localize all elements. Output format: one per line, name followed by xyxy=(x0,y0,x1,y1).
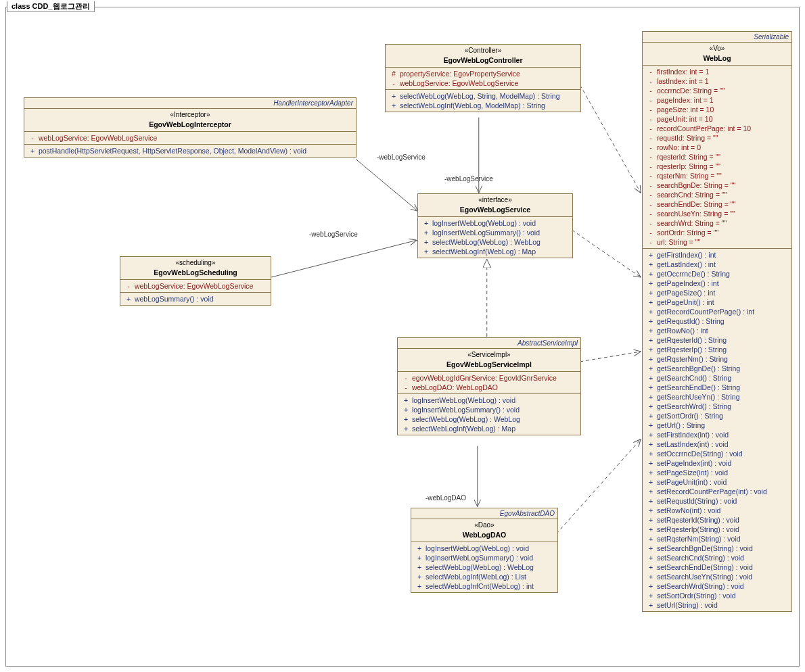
stereotype: «Vo» xyxy=(647,44,787,53)
class-service[interactable]: «interface» EgovWebLogService + logInser… xyxy=(417,193,573,258)
class-header: «scheduling» EgovWebLogScheduling xyxy=(120,257,271,280)
class-interceptor[interactable]: HandlerInterceptorAdapter «Interceptor» … xyxy=(24,97,356,158)
member-row: + getRecordCountPerPage() : int xyxy=(645,307,789,316)
svg-line-6 xyxy=(572,230,641,277)
member-row: + postHandle(HttpServletRequest, HttpSer… xyxy=(27,146,353,155)
class-impl[interactable]: AbstractServiceImpl «ServiceImpl» EgovWe… xyxy=(397,337,581,435)
class-dao[interactable]: EgovAbstractDAO «Dao» WebLogDAO + logIns… xyxy=(411,508,558,593)
member-row: + setRqsterNm(String) : void xyxy=(645,534,789,544)
class-attrs: # propertyService: EgovPropertyService- … xyxy=(386,68,580,90)
member-row: - searchWrd: String = "" xyxy=(645,218,789,228)
member-row: + setRqesterId(String) : void xyxy=(645,515,789,525)
class-ops: + webLogSummary() : void xyxy=(120,293,271,305)
member-row: + setSearchBgnDe(String) : void xyxy=(645,544,789,553)
member-row: + setRowNo(int) : void xyxy=(645,506,789,515)
member-row: + logInsertWebLog(WebLog) : void xyxy=(414,544,555,553)
member-row: + selectWebLogInfCnt(WebLog) : int xyxy=(414,581,555,591)
member-row: + setLastIndex(int) : void xyxy=(645,439,789,449)
assoc-label: -webLogService xyxy=(377,153,426,161)
super-label: HandlerInterceptorAdapter xyxy=(24,98,356,109)
member-row: + setRequstId(String) : void xyxy=(645,496,789,506)
member-row: + setOccrrncDe(String) : void xyxy=(645,449,789,458)
member-row: - rqesterIp: String = "" xyxy=(645,162,789,171)
class-header: «Controller» EgovWebLogController xyxy=(386,45,580,68)
class-ops: + logInsertWebLog(WebLog) : void+ logIns… xyxy=(398,394,580,435)
member-row: + logInsertWebLogSummary() : void xyxy=(421,228,570,237)
member-row: + selectWebLogInf(WebLog) : Map xyxy=(421,247,570,256)
member-row: + selectWebLogInf(WebLog, ModelMap) : St… xyxy=(388,101,578,110)
member-row: - sortOrdr: String = "" xyxy=(645,228,789,237)
class-name: WebLog xyxy=(647,53,787,63)
super-label: Serializable xyxy=(643,32,791,43)
assoc-label: -webLogService xyxy=(444,175,493,183)
member-row: + setPageUnit(int) : void xyxy=(645,477,789,487)
class-scheduling[interactable]: «scheduling» EgovWebLogScheduling - webL… xyxy=(120,256,271,306)
member-row: + setRecordCountPerPage(int) : void xyxy=(645,487,789,496)
member-row: + webLogSummary() : void xyxy=(123,294,268,304)
super-label: EgovAbstractDAO xyxy=(411,508,557,519)
member-row: + logInsertWebLog(WebLog) : void xyxy=(400,395,578,405)
super-label: AbstractServiceImpl xyxy=(398,338,580,349)
member-row: + getSearchEndDe() : String xyxy=(645,383,789,392)
member-row: + getSearchCnd() : String xyxy=(645,373,789,383)
member-row: + getUrl() : String xyxy=(645,421,789,430)
svg-line-1 xyxy=(356,160,418,212)
member-row: + setSortOrdr(String) : void xyxy=(645,591,789,600)
class-ops: + logInsertWebLog(WebLog) : void+ logIns… xyxy=(418,217,572,258)
class-header: «Interceptor» EgovWebLogInterceptor xyxy=(24,109,356,132)
class-ops: + getFirstIndex() : int+ getLastIndex() … xyxy=(643,249,791,611)
member-row: - searchCnd: String = "" xyxy=(645,190,789,199)
member-row: + selectWebLog(WebLog) : WebLog xyxy=(421,237,570,247)
member-row: + selectWebLog(WebLog, String, ModelMap)… xyxy=(388,91,578,101)
class-attrs: - firstIndex: int = 1- lastIndex: int = … xyxy=(643,66,791,249)
member-row: + logInsertWebLogSummary() : void xyxy=(400,405,578,414)
assoc-label: -webLogService xyxy=(309,231,358,238)
class-attrs: - egovWebLogIdGnrService: EgovIdGnrServi… xyxy=(398,372,580,394)
svg-line-2 xyxy=(271,240,417,277)
class-name: EgovWebLogScheduling xyxy=(124,268,267,277)
member-row: - firstIndex: int = 1 xyxy=(645,67,789,76)
member-row: - webLogService: EgovWebLogService xyxy=(27,133,353,143)
class-attrs: - webLogService: EgovWebLogService xyxy=(24,132,356,145)
member-row: + getLastIndex() : int xyxy=(645,260,789,269)
diagram-frame: «Controller» EgovWebLogController # prop… xyxy=(5,7,800,667)
class-header: «interface» EgovWebLogService xyxy=(418,194,572,217)
stereotype: «scheduling» xyxy=(124,258,267,268)
stereotype: «ServiceImpl» xyxy=(402,350,576,360)
svg-line-8 xyxy=(557,439,641,534)
member-row: - egovWebLogIdGnrService: EgovIdGnrServi… xyxy=(400,373,578,383)
member-row: + getOccrrncDe() : String xyxy=(645,269,789,279)
member-row: - rowNo: int = 0 xyxy=(645,143,789,152)
member-row: - url: String = "" xyxy=(645,237,789,247)
assoc-label: -webLogDAO xyxy=(426,494,466,502)
svg-line-7 xyxy=(580,352,641,362)
member-row: + setSearchCnd(String) : void xyxy=(645,553,789,562)
class-attrs: - webLogService: EgovWebLogService xyxy=(120,280,271,293)
member-row: + logInsertWebLogSummary() : void xyxy=(414,553,555,562)
class-name: EgovWebLogService xyxy=(422,205,568,214)
stereotype: «interface» xyxy=(422,195,568,205)
class-header: «Vo» WebLog xyxy=(643,43,791,66)
class-controller[interactable]: «Controller» EgovWebLogController # prop… xyxy=(385,44,581,112)
member-row: - occrrncDe: String = "" xyxy=(645,86,789,95)
member-row: - webLogService: EgovWebLogService xyxy=(123,281,268,291)
member-row: - recordCountPerPage: int = 10 xyxy=(645,124,789,133)
member-row: - requstId: String = "" xyxy=(645,133,789,143)
member-row: + getRequstId() : String xyxy=(645,316,789,326)
member-row: + selectWebLog(WebLog) : WebLog xyxy=(400,414,578,424)
stereotype: «Interceptor» xyxy=(28,110,352,120)
class-ops: + selectWebLog(WebLog, String, ModelMap)… xyxy=(386,90,580,112)
class-ops: + postHandle(HttpServletRequest, HttpSer… xyxy=(24,145,356,157)
diagram-canvas: «Controller» EgovWebLogController # prop… xyxy=(6,7,799,666)
member-row: - lastIndex: int = 1 xyxy=(645,76,789,86)
class-name: EgovWebLogServiceImpl xyxy=(402,360,576,369)
class-vo[interactable]: Serializable «Vo» WebLog - firstIndex: i… xyxy=(642,31,792,612)
member-row: + selectWebLogInf(WebLog) : Map xyxy=(400,424,578,433)
class-name: EgovWebLogInterceptor xyxy=(28,120,352,129)
member-row: - pageUnit: int = 10 xyxy=(645,114,789,124)
member-row: + getSearchWrd() : String xyxy=(645,402,789,411)
member-row: + getSearchUseYn() : String xyxy=(645,392,789,402)
member-row: + setUrl(String) : void xyxy=(645,600,789,610)
member-row: - rqesterId: String = "" xyxy=(645,152,789,162)
svg-line-5 xyxy=(580,85,641,193)
